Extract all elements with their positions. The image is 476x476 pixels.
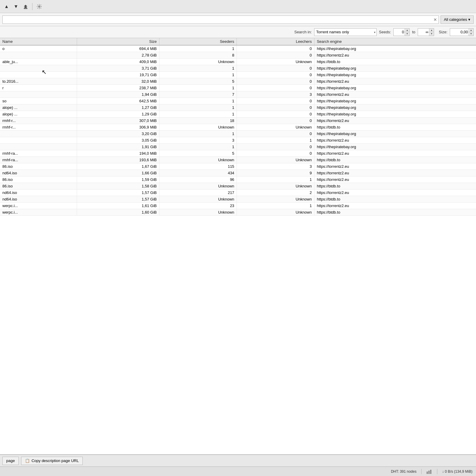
cell-leechers: 0 (237, 150, 314, 157)
table-header-row: Name Size Seeders Leechers Search engine (0, 38, 476, 45)
search-input-wrapper: ✕ (2, 15, 439, 24)
cell-engine: https://btdb.to (314, 124, 476, 131)
table-row[interactable]: so642,5 MiB10https://thepiratebay.org (0, 98, 476, 104)
search-clear-button[interactable]: ✕ (433, 17, 438, 22)
table-row[interactable]: 86.iso1,58 GiBUnknownUnknownhttps://btdb… (0, 183, 476, 190)
table-row[interactable]: 1,91 GiB10https://thepiratebay.org (0, 144, 476, 150)
cell-engine: https://btdb.to (314, 157, 476, 163)
cell-engine: https://thepiratebay.org (314, 98, 476, 104)
copy-url-button[interactable]: 📋 Copy description page URL (21, 457, 83, 465)
cell-engine: https://btdb.to (314, 209, 476, 216)
cell-size: 2,78 GiB (77, 52, 159, 59)
cell-engine: https://btdb.to (314, 196, 476, 203)
seeds-to-up-button[interactable]: ▲ (429, 29, 434, 32)
size-down-button[interactable]: ▼ (469, 32, 473, 36)
table-row[interactable]: nd64.iso1,57 GiB2172https://torrentz2.eu (0, 190, 476, 196)
move-bottom-button[interactable] (21, 3, 30, 10)
cell-leechers: 0 (237, 144, 314, 150)
seeds-to-down-button[interactable]: ▼ (429, 32, 434, 36)
cell-engine: https://torrentz2.eu (314, 163, 476, 170)
table-row[interactable]: to.2016...32,0 MiB50https://torrentz2.eu (0, 78, 476, 85)
category-dropdown-button[interactable]: All categories ▾ (441, 15, 474, 24)
cell-seeders: 5 (159, 150, 237, 157)
cell-leechers: Unknown (237, 209, 314, 216)
cell-leechers: 0 (237, 131, 314, 137)
table-row[interactable]: 1,94 GiB73https://torrentz2.eu (0, 91, 476, 98)
cell-name: o (0, 45, 77, 52)
dht-status: DHT: 391 nodes (391, 469, 416, 474)
cell-engine: https://thepiratebay.org (314, 72, 476, 78)
cell-seeders: 1 (159, 98, 237, 104)
table-row[interactable]: rmhf-r...307,0 MiB180https://torrentz2.e… (0, 118, 476, 124)
cell-engine: https://thepiratebay.org (314, 104, 476, 111)
cell-size: 238,7 MiB (77, 85, 159, 91)
cell-name: rmhf-ra... (0, 157, 77, 163)
table-row[interactable]: 2,78 GiB80https://torrentz2.eu (0, 52, 476, 59)
cell-leechers: Unknown (237, 59, 314, 65)
table-row[interactable]: 3,71 GiB10https://thepiratebay.org (0, 65, 476, 72)
cell-size: 3,20 GiB (77, 131, 159, 137)
move-down-button[interactable]: ▼ (12, 3, 20, 10)
results-table-container: Name Size Seeders Leechers Search engine… (0, 38, 476, 455)
table-row[interactable]: able_ju...409,0 MiBUnknownUnknownhttps:/… (0, 59, 476, 65)
cell-size: 1,94 GiB (77, 91, 159, 98)
seeds-label: Seeds: (379, 30, 391, 34)
table-row[interactable]: nd64.iso1,57 GiBUnknownUnknownhttps://bt… (0, 196, 476, 203)
cell-name: rmhf-r... (0, 124, 77, 131)
table-row[interactable]: 3,20 GiB10https://thepiratebay.org (0, 131, 476, 137)
cell-seeders: Unknown (159, 157, 237, 163)
cell-seeders: Unknown (159, 209, 237, 216)
table-row[interactable]: 86.iso1,67 GiB1153https://torrentz2.eu (0, 163, 476, 170)
page-button[interactable]: page (2, 457, 19, 465)
move-up-button[interactable]: ▲ (2, 3, 11, 10)
search-in-label: Search in: (294, 30, 312, 34)
seeds-from-up-button[interactable]: ▲ (405, 29, 409, 32)
table-row[interactable]: r238,7 MiB10https://thepiratebay.org (0, 85, 476, 91)
table-row[interactable]: o694,4 MiB10https://thepiratebay.org (0, 45, 476, 52)
svg-rect-6 (430, 470, 431, 474)
search-input[interactable] (2, 15, 439, 24)
table-row[interactable]: 19,71 GiB10https://thepiratebay.org (0, 72, 476, 78)
cell-engine: https://torrentz2.eu (314, 118, 476, 124)
cell-name: alope) ... (0, 111, 77, 118)
table-row[interactable]: nd64.iso1,66 GiB4349https://torrentz2.eu (0, 170, 476, 176)
cell-leechers: 0 (237, 52, 314, 59)
cell-size: 1,60 GiB (77, 209, 159, 216)
cell-leechers: 0 (237, 104, 314, 111)
table-row[interactable]: alope) ...1,29 GiB10https://thepiratebay… (0, 111, 476, 118)
table-row[interactable]: alope) ...1,27 GiB10https://thepiratebay… (0, 104, 476, 111)
status-separator-2 (437, 469, 437, 474)
category-label: All categories (444, 17, 467, 22)
cell-engine: https://torrentz2.eu (314, 137, 476, 144)
cell-seeders: Unknown (159, 59, 237, 65)
cell-leechers: 0 (237, 65, 314, 72)
svg-point-3 (38, 6, 40, 7)
bottom-bar: page 📋 Copy description page URL (0, 455, 476, 466)
cell-leechers: 1 (237, 137, 314, 144)
table-row[interactable]: werpc.i...1,61 GiB231https://torrentz2.e… (0, 203, 476, 209)
settings-button[interactable] (35, 3, 44, 10)
cell-seeders: 8 (159, 52, 237, 59)
cell-leechers: 0 (237, 98, 314, 104)
size-up-button[interactable]: ▲ (469, 29, 473, 32)
table-row[interactable]: rmhf-ra...194,0 MiB50https://torrentz2.e… (0, 150, 476, 157)
seeds-to-input-wrapper: ∞ ▲ ▼ (418, 28, 434, 36)
table-row[interactable]: 86.iso1,59 GiB961https://torrentz2.eu (0, 176, 476, 183)
cell-size: 1,91 GiB (77, 144, 159, 150)
seeds-from-down-button[interactable]: ▼ (405, 32, 409, 36)
table-row[interactable]: werpc.i...1,60 GiBUnknownUnknownhttps://… (0, 209, 476, 216)
status-bar: DHT: 391 nodes ↓ 0 B/s (134,9 MiB) (0, 466, 476, 476)
table-row[interactable]: 3,05 GiB31https://torrentz2.eu (0, 137, 476, 144)
search-in-select[interactable]: Torrent names only Torrent names and des… (314, 28, 377, 36)
filter-row: Search in: Torrent names only Torrent na… (0, 26, 476, 38)
cell-engine: https://btdb.to (314, 183, 476, 190)
table-row[interactable]: rmhf-r...306,9 MiBUnknownUnknownhttps://… (0, 124, 476, 131)
cell-leechers: 0 (237, 118, 314, 124)
page-button-label: page (6, 458, 15, 463)
cell-seeders: 1 (159, 72, 237, 78)
cell-engine: https://torrentz2.eu (314, 52, 476, 59)
cell-engine: https://btdb.to (314, 59, 476, 65)
table-row[interactable]: rmhf-ra...193,6 MiBUnknownUnknownhttps:/… (0, 157, 476, 163)
cell-leechers: 2 (237, 190, 314, 196)
cell-size: 409,0 MiB (77, 59, 159, 65)
